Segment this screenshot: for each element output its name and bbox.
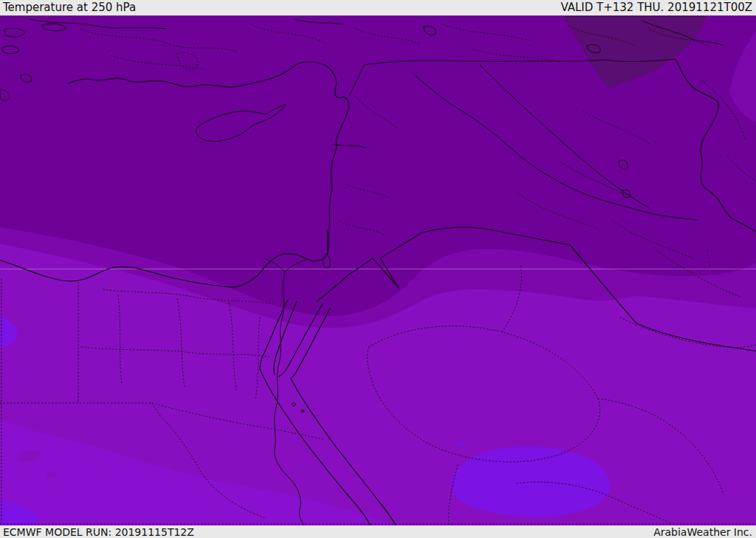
warm-pocket-dot — [455, 442, 465, 446]
jordan-river — [327, 230, 328, 252]
brand-label: ArabiaWeather Inc. — [653, 527, 752, 537]
band-island — [46, 472, 58, 478]
footer-bar: ECMWF MODEL RUN: 20191115T12Z ArabiaWeat… — [0, 525, 756, 538]
weather-map-screen: Temperature at 250 hPa VALID T+132 THU. … — [0, 0, 756, 538]
model-run-label: ECMWF MODEL RUN: 20191115T12Z — [3, 527, 194, 537]
page-title: Temperature at 250 hPa — [3, 2, 136, 13]
temperature-bands — [0, 15, 756, 525]
valid-time-label: VALID T+132 THU. 20191121T00Z — [560, 2, 752, 13]
header-bar: Temperature at 250 hPa VALID T+132 THU. … — [0, 0, 756, 15]
temperature-map — [0, 15, 756, 525]
